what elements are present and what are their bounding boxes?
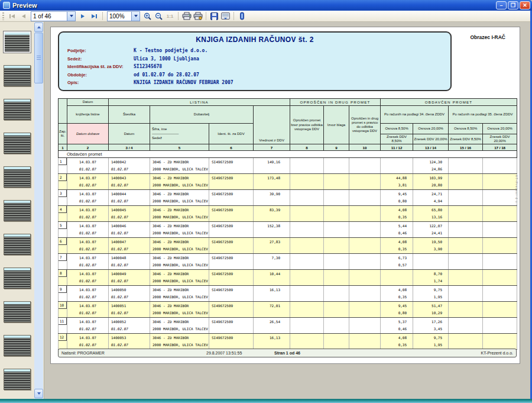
cell-booking-date: 14.03.0701.02.07	[67, 222, 109, 238]
window-title: Preview	[12, 2, 496, 9]
page-thumbnail-1[interactable]	[4, 31, 31, 53]
cell-total-with-vat: 7,30	[254, 254, 290, 270]
cell-document-number: 140004601.02.07	[109, 222, 150, 238]
cell-total-with-vat: 149,16	[254, 158, 290, 174]
page-thumbnail-5[interactable]	[4, 166, 31, 188]
report-header-fields: Podjetje:K - Testno podjetje d.o.o.Sedež…	[67, 47, 233, 87]
print-setup-button[interactable]	[192, 11, 203, 21]
cell-export-goods	[324, 334, 349, 350]
cell-base-vat-20: 122,0724,41	[413, 222, 449, 238]
cell-vat-id: SI49672509	[209, 334, 254, 350]
cell-booking-date: 14.03.0701.02.07	[67, 286, 109, 302]
last-page-button[interactable]	[89, 11, 100, 21]
cell-exempt-with-deduction	[349, 334, 381, 350]
header-group-obdavcen: OBDAVČEN PROMET	[381, 99, 517, 106]
cell-booking-date: 14.03.0701.02.07	[67, 174, 109, 190]
preview-area[interactable]: Obrazec I-RAČ KNJIGA IZDANIH RAČUNOV št.…	[45, 22, 530, 399]
column-number: 3 / 4	[109, 144, 150, 151]
invoice-row-4: 414.03.0701.02.07140004501.02.073046 - Z…	[59, 206, 517, 222]
header-znesek85-34: Znesek DDV 8,50%	[381, 134, 413, 144]
page-thumbnail-2[interactable]	[4, 65, 31, 86]
cell-base-vat-20: 51,4710,29	[413, 302, 449, 318]
page-number-label: Stran 1 od 46	[59, 351, 516, 355]
column-number: 6	[209, 144, 254, 151]
cell-supplier: 3046 - ZD MARIBOR2000 MARIBOR, ULICA TAL…	[150, 254, 209, 270]
zoom-in-button[interactable]	[142, 11, 153, 21]
close-button[interactable]: ✕	[520, 1, 530, 9]
cell-base-35-20	[483, 334, 517, 350]
header-col9: Izvoz blaga	[324, 106, 349, 144]
page-thumbnail-3[interactable]	[4, 99, 31, 120]
actual-size-button[interactable]: 1:1	[164, 11, 176, 21]
next-page-button[interactable]	[77, 11, 89, 21]
zoom-select-dropdown[interactable]	[131, 12, 140, 21]
next-page-icon	[80, 14, 86, 19]
cell-base-35-8-5	[449, 334, 483, 350]
page-thumbnail-10[interactable]	[4, 335, 31, 356]
page-thumbnail-7[interactable]	[4, 234, 31, 255]
toolbar: 1 of 46 100% 1:1	[0, 11, 532, 22]
invoice-row-2: 214.03.0701.02.07140004301.02.073046 - Z…	[59, 174, 517, 190]
column-number: 1	[59, 144, 67, 151]
header-clen35: Po računih na podlagi 35. člena ZDDV	[449, 106, 517, 124]
export-button[interactable]	[220, 11, 231, 21]
section-title: Obdavčen promet	[59, 151, 517, 158]
cell-base-vat-20: 24,714,94	[413, 190, 449, 206]
header-sifra-ime: Šifra, ime -----------------------------…	[150, 124, 209, 144]
header-osnova85-35: Osnova 8,50%	[449, 124, 483, 134]
cell-exempt-no-deduction	[290, 238, 324, 254]
first-page-button[interactable]	[7, 11, 18, 21]
cell-export-goods	[324, 190, 349, 206]
invoice-row-7: 714.03.0701.02.07140004801.02.073046 - Z…	[59, 254, 517, 270]
scroll-up-button[interactable]	[34, 22, 43, 32]
cell-exempt-with-deduction	[349, 174, 381, 190]
column-number: 7	[254, 144, 290, 151]
cell-base-vat-8-5: 9,450,80	[381, 302, 413, 318]
page-thumbnail-6[interactable]	[4, 200, 31, 221]
header-dobavitelj: Dobavitelj	[150, 106, 254, 124]
cell-vat-id: SI49672509	[209, 302, 254, 318]
field-label: Obdobje:	[67, 72, 134, 78]
cell-export-goods	[324, 318, 349, 334]
previous-page-button[interactable]	[18, 11, 29, 21]
header-datum2: Datum	[109, 124, 150, 144]
cell-row-number: 7	[59, 254, 67, 270]
scrollbar-grip	[37, 56, 41, 60]
cell-base-35-8-5	[449, 286, 483, 302]
scrollbar-thumb[interactable]	[34, 33, 43, 83]
zoom-out-button[interactable]	[153, 11, 164, 21]
invoice-row-9: 914.03.0701.02.07140005001.02.073046 - Z…	[59, 286, 517, 302]
page-select-dropdown[interactable]	[67, 12, 75, 21]
cell-base-35-20	[483, 174, 517, 190]
toolbar-grip[interactable]	[2, 12, 4, 20]
thumbnail-body	[4, 271, 30, 289]
page-thumbnail-8[interactable]	[4, 267, 31, 289]
cell-document-number: 140004201.02.07	[109, 158, 150, 174]
thumbnail-scrollbar[interactable]	[34, 22, 43, 399]
cell-total-with-vat: 152,38	[254, 222, 290, 238]
print-button[interactable]	[181, 11, 192, 21]
header-clen34: Po računih na podlagi 34. člena ZDDV	[381, 106, 449, 124]
chevron-down-icon	[37, 392, 41, 395]
toolbar-separator	[206, 12, 206, 20]
save-button[interactable]	[209, 11, 220, 21]
cell-exempt-no-deduction	[290, 190, 324, 206]
zoom-select[interactable]: 100%	[107, 11, 140, 21]
restore-button[interactable]: ❐	[508, 1, 518, 9]
report-page: Obrazec I-RAČ KNJIGA IZDANIH RAČUNOV št.…	[50, 27, 520, 364]
cell-row-number: 4	[59, 206, 67, 222]
attachment-button[interactable]	[236, 11, 248, 21]
page-thumbnail-4[interactable]	[4, 133, 31, 154]
column-number: 15 / 16	[449, 144, 483, 151]
cell-booking-date: 14.03.0701.02.07	[67, 238, 109, 254]
cell-base-vat-8-5: 5,440,46	[381, 222, 413, 238]
cell-vat-id: SI49672509	[209, 206, 254, 222]
page-thumbnail-9[interactable]	[4, 301, 31, 323]
cell-base-vat-8-5: 6,730,57	[381, 254, 413, 270]
page-select[interactable]: 1 of 46	[31, 11, 76, 21]
field-label: Sedež:	[67, 56, 134, 62]
page-thumbnail-11[interactable]	[4, 369, 31, 390]
minimize-button[interactable]: –	[496, 1, 507, 9]
invoice-row-3: 314.03.0701.02.07140004401.02.073046 - Z…	[59, 190, 517, 206]
scroll-down-button[interactable]	[34, 389, 43, 398]
